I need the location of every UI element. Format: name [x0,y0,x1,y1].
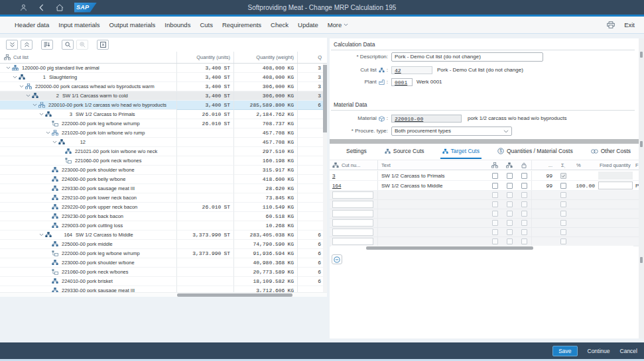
column-header-quantity-units[interactable]: Quantity (units) [176,52,233,63]
target-cuts-horizontal-scrollbar[interactable] [331,246,633,250]
cancel-button[interactable]: Cancel [620,348,637,354]
menu-item-input-materials[interactable]: Input materials [58,21,99,28]
print-icon[interactable] [607,21,615,28]
menu-item-check[interactable]: Check [271,21,289,28]
column-header-percent[interactable]: % [570,160,598,170]
tab-quantities-material-costs[interactable]: $Quantities / Material Costs [495,145,575,159]
close-box-button[interactable] [97,40,109,50]
tab-source-cuts[interactable]: Source Cuts [383,145,426,159]
target-cut-row[interactable]: 164SW 1/2 Carcass to Middle99100.00P [330,181,639,191]
tree-collapse-icon[interactable] [4,66,12,70]
tree-row[interactable]: 220000-00 pork carcass w/head w/o byprod… [0,82,327,91]
cut-number-link[interactable]: 3 [332,173,335,179]
expand-all-button[interactable] [6,40,18,50]
remove-row-button[interactable] [332,254,342,264]
cut-number-link[interactable]: 164 [332,183,341,189]
tree-row[interactable]: 1Slaughtering3,400ST408,000KG3 [0,73,327,82]
column-header-org2-icon[interactable] [502,160,517,170]
node-number: 2 [42,93,59,99]
tree-row[interactable]: 229220-00 pork upper neck bacon26.010ST1… [0,203,327,212]
tree-row[interactable]: 229230-00 pork back bacon60.518KG [0,212,327,221]
cut-list-field[interactable]: 42 [391,66,432,74]
menu-item-output-materials[interactable]: Output materials [109,21,156,28]
tree-row[interactable]: 229003-00 pork cutting loss10.268KG [0,221,327,231]
tree-row[interactable]: 223000-00 pork shoulder w/bone40,980.368… [0,258,327,268]
tree-row[interactable]: 229330-00 pork sausage meat III28.620KG [0,184,327,193]
column-header-lock-icon[interactable] [517,160,531,170]
vertical-splitter[interactable] [639,38,644,338]
checkbox[interactable] [507,173,513,179]
tree-vscroll-thumb[interactable] [323,65,327,132]
tree-row[interactable]: 221060-00 pork neck w/bones160.198KG [0,156,327,166]
tree-row[interactable]: 3SW 1/2 Carcass to Primals26.010ST2,184.… [0,110,327,119]
tree-row[interactable]: 223000-00 pork shoulder w/bone315.917KG [0,166,327,175]
tree-vertical-scrollbar[interactable] [323,64,327,292]
tree-row[interactable]: 12457.708KG [0,138,327,147]
sort-button[interactable] [41,40,53,50]
tree-row[interactable]: 164SW 1/2 Carcass to Middle3,373.990ST28… [0,231,327,240]
tree-collapse-icon[interactable] [37,113,45,116]
menu-item-cuts[interactable]: Cuts [200,21,213,28]
checkbox[interactable] [560,183,566,189]
column-header-sum-icon[interactable]: Σ, [556,160,570,170]
exit-button[interactable]: Exit [624,21,635,28]
tree-row[interactable]: 222000-00 pork leg w/bone w/rump26.010ST… [0,119,327,129]
tree-collapse-icon[interactable] [50,140,58,144]
save-button[interactable]: Save [552,346,577,356]
tree-row[interactable]: 2SW 1/1 Carcass warm to cold3,400ST306,0… [0,91,327,101]
column-header-org-icon[interactable] [487,160,502,170]
material-field[interactable]: 220010-00 [391,115,462,123]
column-header-dots[interactable]: ... [531,160,556,170]
tree-row[interactable]: 221020-00 pork loin w/bone w/o rump457.7… [0,129,327,138]
tree-row[interactable]: 222000-00 pork leg w/bone w/rump3,373.99… [0,249,327,258]
column-header-q-partial[interactable]: Q [297,52,327,63]
column-header-fixed-quantity[interactable]: Fixed quantity [598,160,633,170]
target-cuts-hscroll-thumb[interactable] [366,246,533,250]
tree-collapse-icon[interactable] [31,103,38,107]
tree-row[interactable]: 229330-00 pork sausage meat III3,712.606… [0,286,327,292]
material-cube-icon [379,116,385,122]
description-input[interactable]: Pork - Demo Cut list (do not change) [391,52,543,62]
tree-collapse-icon[interactable] [44,131,52,134]
tab-other-costs[interactable]: Other Costs [589,145,633,159]
collapse-all-button[interactable] [21,40,32,50]
column-header-cut-no[interactable]: Cut nu... [342,162,360,168]
target-cut-row[interactable]: 3SW 1/2 Carcass to Primals99 [330,171,639,181]
horizontal-splitter[interactable] [330,139,639,144]
tree-collapse-icon[interactable] [24,94,32,97]
column-header-text[interactable]: Text [377,160,487,170]
tree-row[interactable]: 120000-00 pig standard live animal3,400S… [0,64,327,73]
column-header-quantity-weight[interactable]: Quantity (weight) [233,52,297,63]
continue-button[interactable]: Continue [588,348,610,354]
tree-row[interactable]: 220010-00 pork 1/2 carcass w/o head w/o … [0,101,327,110]
search-button[interactable] [62,40,74,50]
tab-settings[interactable]: Settings [344,145,369,159]
menu-item-inbounds[interactable]: Inbounds [164,21,190,28]
plant-field[interactable]: 0001 [391,78,413,86]
tree-row[interactable]: 229210-00 pork lower neck bacon73.845KG [0,193,327,203]
checkbox[interactable] [521,173,527,179]
tree-collapse-icon[interactable] [11,76,19,79]
checkbox[interactable] [521,183,527,189]
tree-row[interactable]: 224010-00 pork brisket18,109.582KG6 [0,277,327,286]
tree-horizontal-scrollbar[interactable] [0,292,327,297]
menu-item-update[interactable]: Update [298,21,318,28]
tree-row[interactable]: 221021-00 pork loin w/bone w/o neck297.5… [0,147,327,156]
tab-target-cuts[interactable]: Target Cuts [440,145,482,159]
cell-quantity-units [176,221,233,231]
tree-row[interactable]: 225000-00 pork middle74,790.590KG6 [0,240,327,249]
menu-item-requirements[interactable]: Requirements [222,21,261,28]
procure-type-select[interactable]: Both procurement types [391,127,512,136]
fixed-quantity-input[interactable] [598,181,633,189]
checkbox[interactable] [492,173,498,179]
menu-item-header-data[interactable]: Header data [15,21,49,28]
tree-row[interactable]: 224000-00 pork belly w/bone418.600KG [0,175,327,184]
checkbox[interactable] [507,183,513,189]
tree-hscroll-thumb[interactable] [177,293,292,297]
column-header-cut-list[interactable]: Cut list [13,54,29,60]
tree-row[interactable]: 221060-00 pork neck w/bones20,773.589KG6 [0,268,327,277]
menu-item-more[interactable]: More [328,21,349,28]
tree-collapse-icon[interactable] [37,233,45,236]
checkbox[interactable] [492,183,498,189]
tree-collapse-icon[interactable] [17,85,25,88]
